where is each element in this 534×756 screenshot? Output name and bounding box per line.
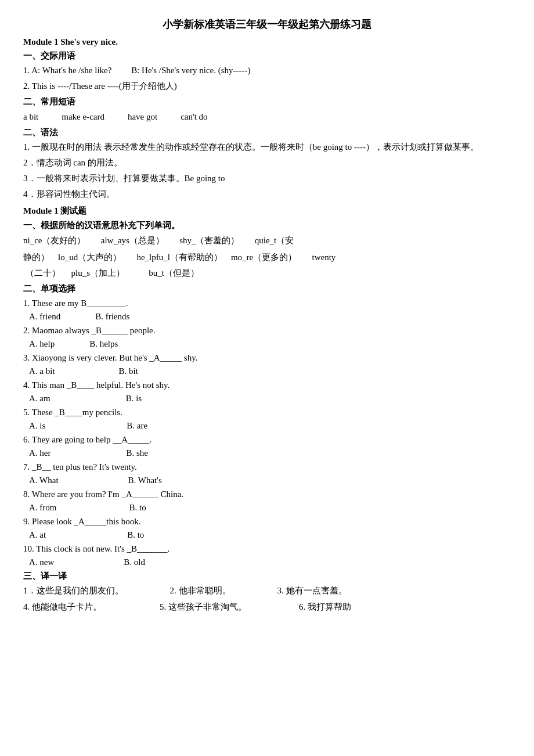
fanyi-heading: 三、译一译 xyxy=(23,571,511,582)
option-2a: A. help xyxy=(29,339,55,349)
buchong-row2: 静的） lo_ud（大声的） he_lpfu_l（有帮助的） mo_re（更多的… xyxy=(23,250,511,264)
option-6a: A. her xyxy=(29,448,51,458)
danxiang-heading: 二、单项选择 xyxy=(23,283,511,294)
option-7b: B. What's xyxy=(128,476,162,485)
yufa-item-4: 4．形容词性物主代词。 xyxy=(23,187,511,201)
option-6b: B. she xyxy=(127,448,149,458)
phrase-2: make e-card xyxy=(62,110,104,124)
options-7: A. What B. What's xyxy=(23,476,511,485)
option-8a: A. from xyxy=(29,503,57,513)
jiaoji-heading: 一、交际用语 xyxy=(23,51,511,62)
fanyi-row-1: 1．这些是我们的朋友们。 2. 他非常聪明。 3. 她有一点害羞。 xyxy=(23,584,511,597)
option-10a: A. new xyxy=(29,557,54,567)
option-9a: A. at xyxy=(29,530,46,540)
changyong-heading: 二、常用短语 xyxy=(23,96,511,107)
question-10: 10. This clock is not new. It's _B______… xyxy=(23,542,511,556)
question-6: 6. They are going to help __A_____. xyxy=(23,433,511,447)
question-7: 7. _B__ ten plus ten? It's twenty. xyxy=(23,460,511,474)
fanyi-item-1: 1．这些是我们的朋友们。 xyxy=(23,584,124,597)
options-1: A. friend B. friends xyxy=(23,312,511,322)
fanyi-item-2: 2. 他非常聪明。 xyxy=(170,584,231,597)
option-7a: A. What xyxy=(29,476,59,485)
option-5b: B. are xyxy=(127,421,147,431)
option-3a: A. a bit xyxy=(29,366,55,376)
option-8b: B. to xyxy=(129,503,146,513)
option-1a: A. friend xyxy=(29,312,60,322)
question-1: 1. These are my B_________. xyxy=(23,296,511,310)
question-3: 3. Xiaoyong is very clever. But he's _A_… xyxy=(23,351,511,365)
phrase-4: can't do xyxy=(181,110,207,124)
yufa-item-1: 1. 一般现在时的用法 表示经常发生的动作或经堂存在的状态。一般将来时（be g… xyxy=(23,140,511,154)
options-5: A. is B. are xyxy=(23,421,511,431)
options-10: A. new B. old xyxy=(23,557,511,567)
buchong-row1: ni_ce（友好的） alw_ays（总是） shy_（害羞的） quie_t（… xyxy=(23,233,511,249)
phrase-3: have got xyxy=(128,110,157,124)
yufa-heading: 二、语法 xyxy=(23,127,511,138)
options-3: A. a bit B. bit xyxy=(23,366,511,376)
page-title: 小学新标准英语三年级一年级起第六册练习题 xyxy=(23,17,511,31)
fanyi-row-2: 4. 他能做电子卡片。 5. 这些孩子非常淘气。 6. 我打算帮助 xyxy=(23,600,511,614)
option-5a: A. is xyxy=(29,421,45,431)
option-9b: B. to xyxy=(127,530,144,540)
jiaoji-item-1: 1. A: What's he /she like? B: He's /She'… xyxy=(23,63,511,77)
option-10b: B. old xyxy=(124,557,145,567)
buchong-row3: （二十） plu_s（加上） bu_t（但是） xyxy=(23,266,511,280)
question-9: 9. Please look _A_____this book. xyxy=(23,514,511,528)
options-8: A. from B. to xyxy=(23,503,511,513)
options-2: A. help B. helps xyxy=(23,339,511,349)
ceshi-heading: Module 1 测试题 xyxy=(23,206,511,217)
options-4: A. am B. is xyxy=(23,394,511,404)
option-4b: B. is xyxy=(126,394,142,404)
fanyi-item-3: 3. 她有一点害羞。 xyxy=(277,584,347,597)
option-2b: B. helps xyxy=(89,339,118,349)
module1-heading: Module 1 She's very nice. xyxy=(23,37,511,47)
buchong-heading: 一、根据所给的汉语意思补充下列单词。 xyxy=(23,220,511,231)
fanyi-item-6: 6. 我打算帮助 xyxy=(299,600,351,614)
changyong-phrases: a bit make e-card have got can't do xyxy=(23,110,511,124)
question-4: 4. This man _B____ helpful. He's not shy… xyxy=(23,378,511,392)
fanyi-item-5: 5. 这些孩子非常淘气。 xyxy=(160,600,247,614)
question-8: 8. Where are you from? I'm _A______ Chin… xyxy=(23,487,511,501)
question-2: 2. Maomao always _B______ people. xyxy=(23,323,511,337)
yufa-item-3: 3．一般将来时表示计划、打算要做某事。Be going to xyxy=(23,171,511,185)
options-6: A. her B. she xyxy=(23,448,511,458)
option-1b: B. friends xyxy=(95,312,129,322)
question-5: 5. These _B____my pencils. xyxy=(23,405,511,419)
yufa-item-2: 2．情态动词 can 的用法。 xyxy=(23,156,511,170)
jiaoji-item-2: 2. This is ----/These are ----(用于介绍他人) xyxy=(23,79,511,93)
phrase-1: a bit xyxy=(23,110,38,124)
option-4a: A. am xyxy=(29,394,50,404)
option-3b: B. bit xyxy=(119,366,138,376)
options-9: A. at B. to xyxy=(23,530,511,540)
fanyi-item-4: 4. 他能做电子卡片。 xyxy=(23,600,102,614)
